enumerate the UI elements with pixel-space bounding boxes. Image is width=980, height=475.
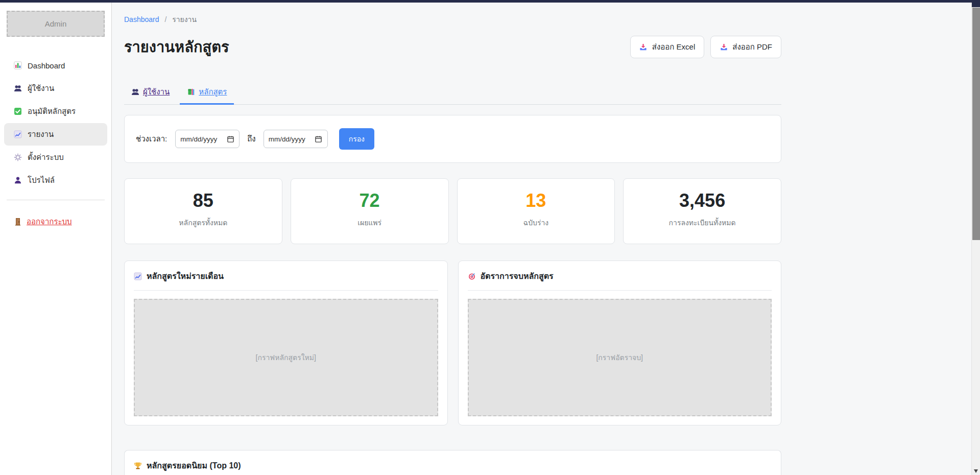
popular-courses-card: หลักสูตรยอดนิยม (Top 10)	[124, 450, 781, 475]
stat-label: การลงทะเบียนทั้งหมด	[628, 217, 777, 228]
card-divider	[468, 290, 772, 291]
scroll-down-arrow-icon[interactable]	[974, 469, 978, 473]
stat-value: 72	[295, 190, 444, 211]
breadcrumb-current: รายงาน	[172, 15, 197, 23]
export-pdf-label: ส่งออก PDF	[732, 41, 772, 53]
trophy-icon	[134, 462, 142, 470]
scrollbar-thumb[interactable]	[972, 8, 980, 240]
logout-label: ออกจากระบบ	[27, 216, 72, 228]
sidebar-item-settings[interactable]: ตั้งค่าระบบ	[4, 146, 107, 169]
sidebar-item-label: ตั้งค่าระบบ	[28, 151, 64, 163]
chart-card-completion-rate: อัตราการจบหลักสูตร [กราฟอัตราจบ]	[458, 260, 782, 425]
chart-title: หลักสูตรใหม่รายเดือน	[147, 270, 224, 282]
stat-value: 3,456	[628, 190, 777, 211]
tab-courses-label: หลักสูตร	[199, 86, 227, 98]
breadcrumb: Dashboard / รายงาน	[124, 14, 781, 25]
bar-chart-icon	[14, 61, 22, 69]
stat-card-total-courses: 85 หลักสูตรทั้งหมด	[124, 178, 282, 244]
download-icon	[720, 43, 728, 51]
chart-title: อัตราการจบหลักสูตร	[481, 270, 554, 282]
tab-bar: ผู้ใช้งาน หลักสูตร	[124, 84, 781, 105]
chart-placeholder-completion-rate: [กราฟอัตราจบ]	[468, 299, 772, 416]
target-icon	[468, 272, 476, 280]
date-to-input[interactable]: mm/dd/yyyy	[264, 130, 328, 148]
sidebar-nav: Dashboard ผู้ใช้งาน อนุมัติหลักสูตร	[0, 54, 111, 192]
app-window: Admin Dashboard ผู้ใช้งาน	[0, 0, 980, 475]
breadcrumb-separator: /	[164, 15, 166, 23]
sidebar-item-reports[interactable]: รายงาน	[4, 123, 107, 146]
tab-users[interactable]: ผู้ใช้งาน	[124, 84, 177, 104]
logout-link[interactable]: ออกจากระบบ	[14, 216, 72, 228]
card-divider	[134, 290, 438, 291]
export-excel-label: ส่งออก Excel	[652, 41, 695, 53]
date-from-input[interactable]: mm/dd/yyyy	[175, 130, 240, 148]
stat-card-draft: 13 ฉบับร่าง	[457, 178, 615, 244]
person-icon	[14, 176, 22, 184]
sidebar-item-label: รายงาน	[28, 128, 54, 140]
stat-value: 13	[462, 190, 611, 211]
users-icon	[131, 88, 139, 96]
stats-row: 85 หลักสูตรทั้งหมด 72 เผยแพร่ 13 ฉบับร่า…	[124, 178, 781, 244]
admin-logo: Admin	[7, 11, 105, 37]
check-icon	[14, 107, 22, 115]
popular-title: หลักสูตรยอดนิยม (Top 10)	[147, 459, 241, 472]
stat-card-total-enrollments: 3,456 การลงทะเบียนทั้งหมด	[623, 178, 781, 244]
sidebar-item-profile[interactable]: โปรไฟล์	[4, 169, 107, 192]
top-accent-bar	[0, 0, 980, 3]
books-icon	[187, 88, 195, 96]
date-to-value: mm/dd/yyyy	[269, 135, 305, 143]
sidebar-item-label: โปรไฟล์	[28, 174, 55, 186]
sidebar: Admin Dashboard ผู้ใช้งาน	[0, 3, 112, 475]
users-icon	[14, 84, 22, 92]
breadcrumb-home-link[interactable]: Dashboard	[124, 15, 159, 23]
to-label: ถึง	[247, 133, 255, 145]
vertical-scrollbar[interactable]	[971, 0, 980, 475]
sidebar-item-label: อนุมัติหลักสูตร	[28, 105, 76, 117]
stat-label: ฉบับร่าง	[462, 217, 611, 228]
sidebar-item-approve-courses[interactable]: อนุมัติหลักสูตร	[4, 100, 107, 123]
sidebar-item-users[interactable]: ผู้ใช้งาน	[4, 77, 107, 100]
page-title: รายงานหลักสูตร	[124, 35, 229, 59]
sidebar-item-label: Dashboard	[28, 61, 65, 70]
chart-placeholder-new-courses: [กราฟหลักสูตรใหม่]	[134, 299, 438, 416]
calendar-icon[interactable]	[226, 135, 234, 143]
stat-value: 85	[129, 190, 278, 211]
filter-card: ช่วงเวลา: mm/dd/yyyy ถึง mm/dd/yyyy	[124, 115, 781, 163]
tab-courses[interactable]: หลักสูตร	[180, 84, 234, 104]
gear-icon	[14, 153, 22, 161]
stat-label: เผยแพร่	[295, 217, 444, 228]
main-content: Dashboard / รายงาน รายงานหลักสูตร ส่งออก…	[112, 3, 980, 475]
date-from-value: mm/dd/yyyy	[180, 135, 217, 143]
sidebar-divider	[7, 200, 105, 200]
download-icon	[639, 43, 648, 51]
export-pdf-button[interactable]: ส่งออก PDF	[710, 36, 781, 58]
chart-card-new-courses: หลักสูตรใหม่รายเดือน [กราฟหลักสูตรใหม่]	[124, 260, 448, 425]
export-excel-button[interactable]: ส่งออก Excel	[630, 36, 704, 58]
stat-card-published: 72 เผยแพร่	[291, 178, 449, 244]
line-chart-icon	[134, 272, 142, 280]
sidebar-item-label: ผู้ใช้งาน	[28, 82, 54, 94]
stat-label: หลักสูตรทั้งหมด	[129, 217, 278, 228]
period-label: ช่วงเวลา:	[136, 133, 167, 145]
line-chart-icon	[14, 130, 22, 138]
charts-row: หลักสูตรใหม่รายเดือน [กราฟหลักสูตรใหม่] …	[124, 260, 781, 425]
sidebar-item-dashboard[interactable]: Dashboard	[4, 54, 107, 77]
door-icon	[14, 218, 22, 226]
calendar-icon[interactable]	[315, 135, 323, 143]
tab-users-label: ผู้ใช้งาน	[143, 86, 170, 98]
filter-button[interactable]: กรอง	[339, 128, 374, 150]
